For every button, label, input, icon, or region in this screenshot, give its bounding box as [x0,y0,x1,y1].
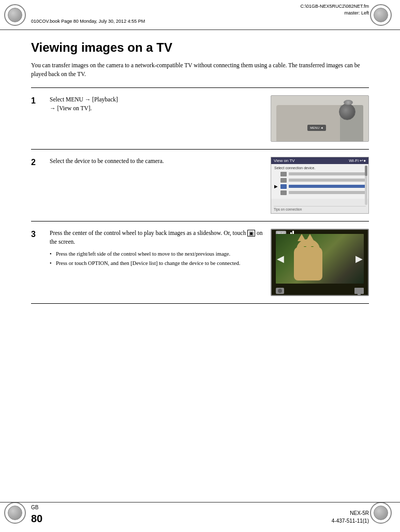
step-3-number: 3 [31,229,42,239]
step-3-image: Wi-Fi [271,229,369,296]
vf-photo-area: ◀ ▶ [276,234,364,284]
step-3-text: Press the center of the control wheel to… [50,229,263,269]
cat-body [294,247,322,280]
viewfinder-photo: Wi-Fi [271,229,369,296]
step-1-row: 1 Select MENU → [Playback]→ [View on TV]… [31,88,369,150]
step-1-number: 1 [31,95,42,106]
step-3-main-text: Press the center of the control wheel to… [50,229,263,247]
step-2-number: 2 [31,157,42,167]
tv-scrollbar [365,166,367,205]
tv-scrollbar-thumb [365,166,367,176]
intro-paragraph: You can transfer images on the camera to… [31,61,369,79]
step-2-row: 2 Select the device to be connected to t… [31,150,369,221]
tv-arrow-selected: ▶ [274,184,278,189]
tv-screen-title: View on TV [274,158,295,163]
step-2-instruction: Select the device to be connected to the… [50,158,164,164]
step-3-bullet-1: Press the right/left side of the control… [50,250,263,258]
vf-tv-stand [358,294,361,295]
main-content: Viewing images on a TV You can transfer … [31,30,369,502]
tv-tips-text: Tips on connection [274,206,366,211]
header-bar: C:\01GB-NEX5RUC2\082NET.fm master: Left … [0,0,400,30]
tv-item-bar-1 [289,172,365,175]
footer-page-number: 80 [31,513,42,524]
camera-menu-label: MENU ◄ [310,126,323,129]
step-2-text: Select the device to be connected to the… [50,157,263,166]
tv-item-icon-1 [280,172,287,176]
tv-item-bar-4 [289,191,365,194]
tv-list-item-1 [274,172,365,176]
tv-item-icon-2 [280,178,287,183]
camera-shutter [344,100,353,105]
cat-illustration [291,239,328,280]
step-2-image: View on TV Wi-Fi ↩● Select connection de… [271,157,369,214]
tv-item-bar-3-selected [289,185,365,188]
tv-connection-subtitle: Select connection device. [274,166,365,170]
step-1-image: MENU ◄ [271,95,369,142]
tv-screen-header: View on TV Wi-Fi ↩● [271,157,368,164]
tv-item-icon-4 [280,190,287,195]
header-file-path: C:\01GB-NEX5RUC2\082NET.fm master: Left [300,3,369,16]
vf-tv-icon-container [354,288,364,294]
step-3-bullets: Press the right/left side of the control… [50,250,263,268]
tv-list-item-3: ▶ [274,184,365,189]
step-1-instruction: Select MENU → [Playback]→ [View on TV]. [50,96,118,112]
vf-arrow-right: ▶ [355,253,363,264]
header-print-info: 010COV.book Page 80 Monday, July 30, 201… [31,19,145,24]
tv-item-bar-2 [289,179,365,182]
camera-dial [339,104,355,120]
vf-lens [278,289,282,293]
camera-menu-button: MENU ◄ [307,125,326,131]
step-3-bullet-2: Press or touch OPTION, and then [Device … [50,259,263,268]
tv-item-icon-3-selected [280,184,287,189]
tv-screen-content: Select connection device. ▶ [271,164,368,199]
tv-screen-photo: View on TV Wi-Fi ↩● Select connection de… [271,157,369,214]
vf-arrow-left: ◀ [277,253,284,264]
blank-area [31,304,369,397]
camera-top-photo: MENU ◄ [271,95,369,142]
footer-bar: GB 80 NEX-5R 4-437-511-11(1) [0,502,400,532]
footer-page-info: GB 80 [31,505,42,525]
vf-bottom-icons [276,288,364,294]
footer-product-info: NEX-5R 4-437-511-11(1) [332,509,369,525]
vf-camera-icon [276,288,284,294]
step-3-row: 3 Press the center of the control wheel … [31,221,369,304]
slideshow-icon: ▣ [247,230,255,237]
vf-tv-icon [354,288,364,294]
footer-language-code: GB [31,505,38,510]
step-1-text: Select MENU → [Playback]→ [View on TV]. [50,95,263,114]
tv-wifi-indicator: Wi-Fi ↩● [349,158,366,163]
page-title: Viewing images on a TV [31,40,369,55]
tv-list-item-2 [274,178,365,183]
tv-list-item-4 [274,190,365,195]
